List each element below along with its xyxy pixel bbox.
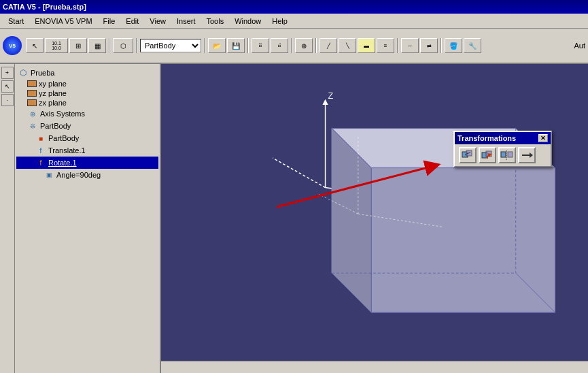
svg-line-4 (273, 158, 325, 187)
toolbar-snap-btn[interactable]: ⊞ (69, 38, 87, 53)
left-tb-plus[interactable]: + (1, 67, 14, 79)
root-icon: ⬡ (18, 67, 29, 78)
tree-item-partbody-child[interactable]: ■ PartBody (16, 132, 158, 144)
3d-box-svg: Z X (161, 64, 588, 373)
separator1 (109, 38, 110, 53)
toolbar-thickness-btn[interactable]: ≡ (377, 38, 394, 53)
toolbar-grid2-btn[interactable]: ⠾ (271, 38, 288, 53)
svg-marker-6 (371, 168, 555, 313)
partbody-child-icon: ■ (35, 133, 46, 144)
dialog-title-text: Transformations (457, 134, 516, 142)
viewport[interactable]: Z X (161, 64, 588, 373)
yz-plane-icon (27, 90, 37, 97)
toolbar-cursor-btn[interactable]: ↖ (26, 38, 44, 53)
toolbar-area: V5 ↖ 10.110.0 ⊞ ▦ ⬡ PartBody 📂 💾 ⠿ ⠾ ⊕ ╱… (0, 29, 588, 64)
svg-marker-27 (530, 152, 533, 158)
tree-label-axis: Axis Systems (40, 110, 85, 118)
separator3 (204, 38, 205, 53)
toolbar-arrow-btn[interactable]: ↔ (401, 38, 419, 53)
toolbar-sym-btn[interactable]: ⇄ (420, 38, 438, 53)
toolbar-save-btn[interactable]: 💾 (227, 38, 245, 53)
tree-label-partbody-parent: PartBody (40, 122, 71, 130)
separator7 (397, 38, 398, 53)
toolbar-filter-btn[interactable]: ▦ (88, 38, 106, 53)
title-bar: CATIA V5 - [Prueba.stp] (0, 0, 588, 14)
tree-item-yz[interactable]: yz plane (16, 88, 158, 98)
toolbar-line1-btn[interactable]: ╱ (319, 38, 337, 53)
separator5 (291, 38, 292, 53)
toolbar-right-label: Aut (574, 42, 585, 50)
tree-item-partbody-parent[interactable]: ❊ PartBody (16, 120, 158, 132)
tree-item-zx[interactable]: zx plane (16, 98, 158, 108)
tree-label-zx: zx plane (39, 99, 67, 107)
toolbar-iso-btn[interactable]: ⬡ (113, 38, 133, 53)
dialog-title-bar[interactable]: Transformations ✕ (455, 132, 551, 144)
menu-window[interactable]: Window (229, 16, 266, 27)
tree-item-axis[interactable]: ⊕ Axis Systems (16, 108, 158, 120)
tree-root-label: Prueba (31, 69, 54, 77)
menu-help[interactable]: Help (266, 16, 293, 27)
tree-item-angle[interactable]: ▣ Angle=90deg (16, 169, 158, 181)
left-tb-arrow[interactable]: ↖ (1, 80, 14, 93)
svg-text:Z: Z (328, 91, 333, 101)
left-toolbar: + ↖ · (0, 64, 15, 373)
menu-view[interactable]: View (144, 16, 171, 27)
main-area: + ↖ · ⬡ Prueba xy plane yz plane zx plan… (0, 64, 588, 373)
separator4 (247, 38, 249, 53)
dialog-rotate-btn[interactable] (479, 147, 496, 163)
tree-root[interactable]: ⬡ Prueba (16, 67, 158, 79)
angle-icon: ▣ (44, 169, 54, 180)
toolbar-line2-btn[interactable]: ╲ (339, 38, 356, 53)
menu-file[interactable]: File (98, 16, 121, 27)
dialog-content (455, 144, 551, 166)
rotate-icon: f (35, 157, 46, 168)
toolbar-num-btn[interactable]: 10.110.0 (45, 38, 68, 53)
axis-icon: ⊕ (27, 108, 38, 119)
toolbar-bucket-btn[interactable]: 🪣 (445, 38, 462, 53)
tree-label-angle: Angle=90deg (56, 171, 101, 179)
menu-bar: Start ENOVIA V5 VPM File Edit View Inser… (0, 14, 588, 29)
menu-edit[interactable]: Edit (120, 16, 144, 27)
menu-insert[interactable]: Insert (171, 16, 201, 27)
tree-label-yz: yz plane (39, 89, 67, 97)
dialog-close-button[interactable]: ✕ (538, 134, 548, 142)
dialog-translate-btn[interactable] (459, 147, 477, 163)
menu-tools[interactable]: Tools (201, 16, 229, 27)
tree-label-rotate: Rotate.1 (48, 159, 77, 167)
translate-icon: f (35, 145, 46, 156)
toolbar-extra-btn[interactable]: 🔧 (464, 38, 481, 53)
separator6 (315, 38, 317, 53)
tree-item-xy[interactable]: xy plane (16, 79, 158, 88)
svg-rect-23 (501, 152, 506, 157)
dialog-more-btn[interactable] (518, 147, 536, 163)
toolbar-line3-btn[interactable]: ▬ (358, 38, 375, 53)
tree-label-translate: Translate.1 (48, 146, 86, 155)
dialog-symmetry-btn[interactable] (498, 147, 516, 163)
transformations-dialog: Transformations ✕ (453, 131, 552, 167)
toolbar-open-btn[interactable]: 📂 (208, 38, 226, 53)
menu-start[interactable]: Start (3, 16, 29, 27)
xy-plane-icon (27, 80, 37, 87)
separator2 (136, 38, 137, 53)
part-body-combo[interactable]: PartBody (140, 39, 201, 52)
menu-enovia[interactable]: ENOVIA V5 VPM (29, 16, 97, 27)
title-text: CATIA V5 - [Prueba.stp] (3, 3, 86, 11)
separator8 (440, 38, 442, 53)
zx-plane-icon (27, 99, 37, 106)
tree-panel: ⬡ Prueba xy plane yz plane zx plane ⊕ Ax… (15, 64, 161, 373)
status-bar (161, 361, 588, 373)
partbody-parent-icon: ❊ (27, 120, 38, 131)
svg-rect-24 (508, 152, 513, 157)
toolbar-grid1-btn[interactable]: ⠿ (252, 38, 269, 53)
tree-label-xy: xy plane (39, 80, 67, 88)
tree-label-partbody-child: PartBody (48, 134, 79, 142)
left-tb-dot[interactable]: · (1, 94, 14, 106)
toolbar-target-btn[interactable]: ⊕ (295, 38, 313, 53)
tree-item-rotate[interactable]: f Rotate.1 (16, 157, 158, 169)
tree-item-translate[interactable]: f Translate.1 (16, 144, 158, 157)
catia-logo[interactable]: V5 (3, 36, 22, 55)
